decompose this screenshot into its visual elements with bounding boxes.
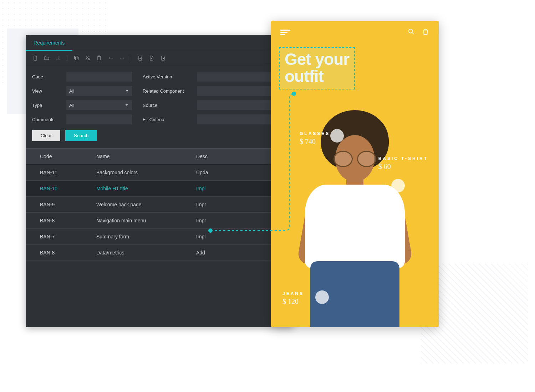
table-header: Code Name Desc bbox=[26, 148, 293, 165]
table-row[interactable]: BAN-7Summary formImpl bbox=[26, 229, 293, 245]
tag-dot-icon bbox=[391, 179, 405, 192]
cut-icon[interactable] bbox=[85, 55, 91, 61]
toolbar bbox=[26, 51, 293, 65]
copy-icon[interactable] bbox=[73, 55, 80, 61]
tag-tshirt[interactable]: BASIC T-SHIRT $ 60 bbox=[378, 156, 428, 171]
file-collapse-icon[interactable] bbox=[148, 55, 155, 61]
filter-view-label: View bbox=[32, 88, 62, 94]
filter-fit-criteria: Fit-Criteria bbox=[143, 114, 287, 124]
file-expand-icon[interactable] bbox=[160, 55, 166, 61]
table-body: BAN-11Background colorsUpdaBAN-10Mobile … bbox=[26, 165, 293, 261]
toolbar-separator bbox=[131, 55, 131, 61]
filter-source: Source bbox=[143, 100, 287, 110]
table-row[interactable]: BAN-10Mobile H1 titleImpl bbox=[26, 181, 293, 197]
search-icon[interactable] bbox=[407, 28, 415, 37]
filter-related-component: Related Component bbox=[143, 86, 287, 96]
table-row[interactable]: BAN-11Background colorsUpda bbox=[26, 165, 293, 181]
filter-view-select[interactable]: All bbox=[66, 86, 132, 96]
cell-name: Summary form bbox=[90, 229, 190, 244]
filter-code: Code bbox=[32, 72, 132, 82]
filter-code-label: Code bbox=[32, 74, 62, 79]
filter-actions: Clear Search bbox=[26, 127, 293, 148]
filter-source-label: Source bbox=[143, 103, 193, 108]
redo-icon[interactable] bbox=[119, 55, 125, 61]
tag-glasses-name: GLASSES bbox=[300, 131, 330, 136]
tag-tshirt-price: $ 60 bbox=[378, 163, 428, 171]
svg-rect-1 bbox=[75, 56, 77, 59]
filter-comments-label: Comments bbox=[32, 117, 62, 122]
tag-dot-icon bbox=[315, 290, 329, 304]
tag-jeans[interactable]: JEANS $ 120 bbox=[282, 291, 304, 306]
cell-name: Mobile H1 title bbox=[90, 181, 190, 196]
download-icon[interactable] bbox=[55, 55, 61, 61]
clear-button[interactable]: Clear bbox=[32, 130, 60, 141]
filter-type-label: Type bbox=[32, 103, 62, 108]
filter-related-component-label: Related Component bbox=[143, 88, 193, 94]
svg-point-6 bbox=[409, 29, 413, 33]
cell-code: BAN-9 bbox=[26, 197, 90, 212]
table-row[interactable]: BAN-8Data/metricsAdd bbox=[26, 245, 293, 261]
shopping-bag-icon[interactable] bbox=[422, 28, 429, 37]
svg-point-2 bbox=[86, 58, 87, 60]
tag-glasses-price: $ 740 bbox=[300, 138, 330, 146]
file-add-icon[interactable] bbox=[137, 55, 143, 61]
new-file-icon[interactable] bbox=[32, 55, 39, 61]
mobile-topbar bbox=[271, 21, 439, 41]
tab-requirements[interactable]: Requirements bbox=[26, 35, 72, 51]
hero-title[interactable]: Get your outfit bbox=[279, 47, 355, 89]
filter-comments: Comments bbox=[32, 114, 132, 124]
cell-code: BAN-7 bbox=[26, 229, 90, 244]
filters: Code Active Version View All Related Com… bbox=[26, 65, 293, 127]
tag-jeans-price: $ 120 bbox=[282, 298, 304, 306]
requirements-panel: Requirements Code Active Version View Al… bbox=[26, 35, 293, 327]
svg-rect-0 bbox=[75, 57, 78, 60]
tag-dot-icon bbox=[330, 129, 344, 143]
folder-icon[interactable] bbox=[44, 55, 50, 61]
filter-comments-input[interactable] bbox=[66, 114, 132, 124]
filter-type-select[interactable]: All bbox=[66, 100, 132, 110]
filter-view: View All bbox=[32, 86, 132, 96]
hero-line2: outfit bbox=[285, 67, 323, 86]
tag-tshirt-name: BASIC T-SHIRT bbox=[378, 156, 428, 161]
table-row[interactable]: BAN-9Welcome back pageImpr bbox=[26, 197, 293, 213]
cell-name: Data/metrics bbox=[90, 245, 190, 261]
tag-jeans-name: JEANS bbox=[282, 291, 304, 296]
undo-icon[interactable] bbox=[107, 55, 114, 61]
cell-code: BAN-8 bbox=[26, 213, 90, 228]
table-row[interactable]: BAN-8Navigation main menuImpr bbox=[26, 213, 293, 229]
cell-name: Background colors bbox=[90, 165, 190, 180]
paste-icon[interactable] bbox=[96, 55, 102, 61]
toolbar-separator bbox=[67, 55, 67, 61]
filter-active-version-label: Active Version bbox=[143, 74, 193, 79]
filter-code-input[interactable] bbox=[66, 72, 132, 82]
filter-active-version: Active Version bbox=[143, 72, 287, 82]
cell-code: BAN-8 bbox=[26, 245, 90, 261]
menu-icon[interactable] bbox=[280, 30, 290, 35]
svg-point-3 bbox=[88, 58, 90, 60]
cell-code: BAN-10 bbox=[26, 181, 90, 196]
mobile-preview: Get your outfit GLASSES $ 740 BASIC T-SH… bbox=[271, 21, 439, 327]
col-header-code[interactable]: Code bbox=[26, 149, 90, 164]
cell-name: Navigation main menu bbox=[90, 213, 190, 228]
cell-code: BAN-11 bbox=[26, 165, 90, 180]
filter-type: Type All bbox=[32, 100, 132, 110]
cell-name: Welcome back page bbox=[90, 197, 190, 212]
search-button[interactable]: Search bbox=[65, 130, 97, 141]
tab-bar: Requirements bbox=[26, 35, 293, 51]
col-header-name[interactable]: Name bbox=[90, 149, 190, 164]
tag-glasses[interactable]: GLASSES $ 740 bbox=[300, 131, 330, 146]
filter-fit-criteria-label: Fit-Criteria bbox=[143, 117, 193, 122]
hero-line1: Get your bbox=[285, 50, 349, 68]
